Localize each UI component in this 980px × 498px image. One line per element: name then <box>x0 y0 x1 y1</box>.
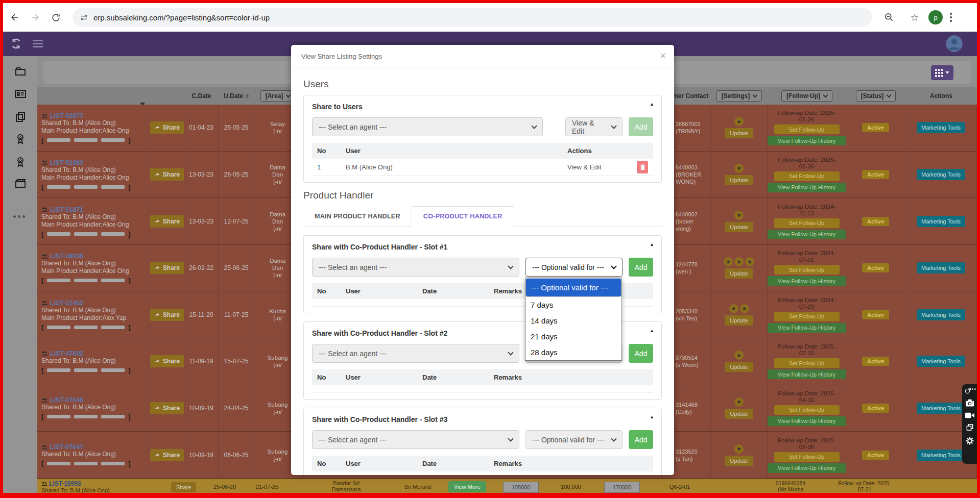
update-button[interactable]: Update <box>725 175 753 185</box>
marketing-tools-button[interactable]: Marketing Tools <box>917 122 965 133</box>
sort-icon[interactable] <box>245 94 249 98</box>
share-button[interactable]: Share <box>150 355 184 367</box>
sidebar-item-contacts[interactable] <box>14 88 27 100</box>
star-badge-icon[interactable]: ★ <box>734 257 744 266</box>
collapse-icon[interactable]: ▲ <box>650 328 654 333</box>
sidebar-item-awards[interactable] <box>14 133 27 145</box>
tab-co-product-handler[interactable]: CO-PRODUCT HANDLER <box>412 206 514 227</box>
update-button[interactable]: Update <box>725 456 753 466</box>
star-badge-icon[interactable]: ★ <box>734 444 744 454</box>
ellipsis-icon[interactable] <box>969 388 976 390</box>
listing-link[interactable]: LIST-21452 <box>50 300 83 307</box>
header-followup[interactable]: [Follow-Up] <box>768 90 846 102</box>
browser-menu-button[interactable] <box>948 11 954 24</box>
share-button[interactable]: Share <box>150 309 184 321</box>
price-box[interactable]: 170000 <box>604 482 640 493</box>
zoom-button[interactable] <box>880 9 898 26</box>
listing-link[interactable]: LIST-38036 <box>50 253 83 260</box>
update-button[interactable]: Update <box>725 315 753 326</box>
header-udate[interactable]: U.Date <box>219 92 254 99</box>
back-button[interactable] <box>6 9 23 26</box>
forward-button[interactable] <box>27 9 44 26</box>
marketing-tools-button[interactable]: Marketing Tools <box>917 216 965 227</box>
permission-select[interactable]: View & Edit <box>565 117 623 136</box>
dropdown-option[interactable]: 28 days <box>525 344 622 360</box>
listing-link[interactable]: LIST-15993 <box>49 480 81 487</box>
set-followup-button[interactable]: Set Follow-Up <box>774 265 840 275</box>
share-button[interactable]: Share <box>150 121 184 134</box>
agent-select[interactable]: --- Select an agent --- <box>312 117 543 136</box>
marketing-tools-button[interactable]: Marketing Tools <box>917 262 965 273</box>
windows-icon[interactable] <box>966 424 974 431</box>
marketing-tools-button[interactable]: Marketing Tools <box>917 169 965 180</box>
sidebar-item-more[interactable] <box>13 215 25 218</box>
marketing-tools-button[interactable]: Marketing Tools <box>917 450 965 461</box>
delete-user-button[interactable] <box>637 161 648 173</box>
bookmark-button[interactable]: ☆ <box>906 9 923 26</box>
marketing-tools-button[interactable]: Marketing Tools <box>917 309 965 320</box>
set-followup-button[interactable]: Set Follow-Up <box>774 452 840 462</box>
menu-toggle-button[interactable] <box>33 40 43 47</box>
star-badge-icon[interactable]: ★ <box>734 397 744 407</box>
camera-icon[interactable] <box>965 399 974 407</box>
listing-link[interactable]: LIST-51871 <box>50 206 83 213</box>
star-badge-icon[interactable]: ★ <box>740 304 749 313</box>
view-followup-history-button[interactable]: View Follow-Up History <box>768 416 846 426</box>
collapse-icon[interactable]: ▲ <box>650 102 654 107</box>
set-followup-button[interactable]: Set Follow-Up <box>774 312 840 321</box>
agent-select[interactable]: --- Select an agent --- <box>312 258 519 277</box>
share-button[interactable]: Share <box>150 262 184 274</box>
site-settings-icon[interactable] <box>80 13 88 22</box>
set-followup-button[interactable]: Set Follow-Up <box>774 124 840 134</box>
refresh-button[interactable] <box>47 9 64 26</box>
header-status[interactable]: [Status] <box>846 90 905 102</box>
view-more-button[interactable]: View More <box>448 481 486 492</box>
sync-button[interactable] <box>10 38 22 52</box>
view-followup-history-button[interactable]: View Follow-Up History <box>768 369 846 379</box>
add-co-handler-button[interactable]: Add <box>629 430 653 449</box>
set-followup-button[interactable]: Set Follow-Up <box>774 218 840 228</box>
share-button[interactable]: Share <box>171 482 196 492</box>
valid-for-select[interactable]: --- Optional valid for --- --- Optional … <box>525 258 623 277</box>
header-settings[interactable]: [Settings] <box>711 90 768 102</box>
close-icon[interactable]: × <box>660 50 666 62</box>
star-badge-icon[interactable]: ★ <box>734 351 744 360</box>
marketing-tools-button[interactable]: Marketing Tools <box>917 403 965 414</box>
listing-link[interactable]: LIST-07647 <box>50 443 83 451</box>
update-button[interactable]: Update <box>725 409 753 419</box>
header-cdate[interactable]: C.Date <box>184 92 219 99</box>
address-bar[interactable]: erp.subsaleking.com/?page=listing&sort=c… <box>73 8 872 27</box>
star-badge-icon[interactable]: ★ <box>745 257 754 266</box>
dropdown-option[interactable]: 21 days <box>525 329 622 344</box>
update-button[interactable]: Update <box>725 128 753 138</box>
listing-link[interactable]: LIST-07646 <box>50 396 83 404</box>
star-badge-icon[interactable]: ★ <box>734 211 744 220</box>
browser-profile-avatar[interactable]: p <box>928 10 943 24</box>
view-followup-history-button[interactable]: View Follow-Up History <box>768 230 846 239</box>
add-user-button[interactable]: Add <box>629 117 653 136</box>
dropdown-option[interactable]: --- Optional valid for --- <box>525 278 622 297</box>
valid-for-select[interactable]: --- Optional valid for --- <box>525 430 623 449</box>
add-co-handler-button[interactable]: Add <box>629 344 653 363</box>
collapse-icon[interactable]: ▲ <box>650 242 654 247</box>
user-avatar[interactable] <box>946 35 963 52</box>
star-badge-icon[interactable]: ★ <box>734 164 744 173</box>
listing-link[interactable]: LIST-52877 <box>50 112 83 119</box>
sidebar-item-documents[interactable] <box>14 111 27 123</box>
view-followup-history-button[interactable]: View Follow-Up History <box>768 183 846 192</box>
sidebar-item-promotions[interactable] <box>14 156 27 168</box>
view-followup-history-button[interactable]: View Follow-Up History <box>768 463 846 473</box>
listing-link[interactable]: LIST-07692 <box>50 350 83 357</box>
price-box[interactable]: 105000 <box>503 482 539 493</box>
share-button[interactable]: Share <box>150 449 184 461</box>
update-button[interactable]: Update <box>725 222 753 232</box>
sidebar-item-media[interactable] <box>14 178 27 190</box>
agent-select[interactable]: --- Select an agent --- <box>312 344 519 363</box>
view-toggle-button[interactable] <box>931 65 953 80</box>
dropdown-option[interactable]: 14 days <box>525 313 622 329</box>
video-icon[interactable] <box>965 412 974 419</box>
star-badge-icon[interactable]: ★ <box>724 257 733 266</box>
share-button[interactable]: Share <box>150 402 184 414</box>
dropdown-option[interactable]: 7 days <box>525 297 622 313</box>
view-followup-history-button[interactable]: View Follow-Up History <box>768 276 846 286</box>
